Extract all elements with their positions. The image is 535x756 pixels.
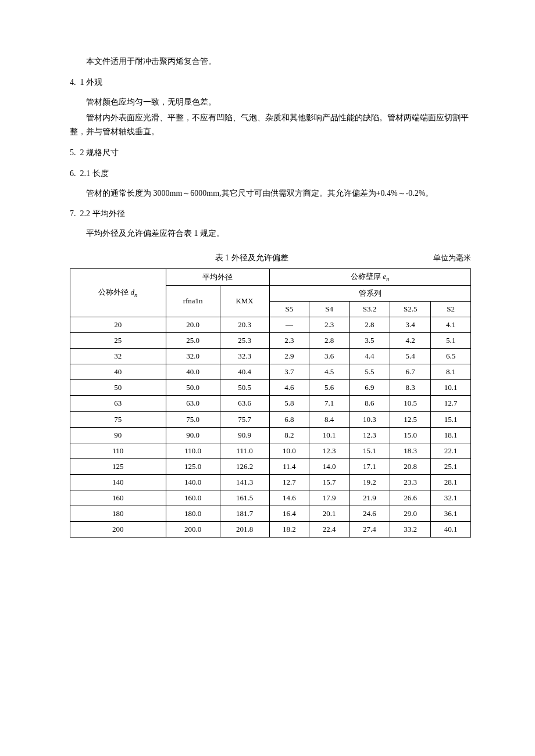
table-cell: 2.8 — [309, 333, 349, 349]
section-5-title: 2 规格尺寸 — [80, 148, 119, 157]
table-cell: 50.0 — [166, 380, 220, 396]
table1-body: 2020.020.3—2.32.83.44.12525.025.32.32.83… — [70, 317, 471, 537]
table-cell: 15.7 — [309, 474, 349, 490]
table-cell: 2.3 — [309, 317, 349, 332]
table-cell: 20.3 — [220, 317, 269, 332]
table-cell: 16.4 — [269, 506, 309, 522]
table-cell: 90 — [70, 427, 166, 443]
table-cell: 18.3 — [390, 443, 431, 458]
table-cell: 14.0 — [309, 458, 349, 474]
table-cell: 8.2 — [269, 427, 309, 443]
appearance-p2: 管材内外表面应光滑、平整，不应有凹陷、气泡、杂质和其他影响产品性能的缺陷。管材两… — [70, 111, 471, 139]
table-cell: 3.4 — [390, 317, 431, 332]
table-cell: 4.6 — [269, 380, 309, 396]
table-cell: 25.1 — [431, 458, 471, 474]
table-cell: 75.7 — [220, 411, 269, 427]
table-cell: 200.0 — [166, 522, 220, 538]
section-6-title: 2.1 长度 — [80, 169, 109, 178]
table-cell: 32 — [70, 349, 166, 364]
table-cell: 8.3 — [390, 380, 431, 396]
table-cell: 50 — [70, 380, 166, 396]
table-cell: 6.9 — [349, 380, 390, 396]
section-4-title: 1 外观 — [80, 78, 103, 87]
table-cell: 40.4 — [220, 364, 269, 380]
col-dn: 公称外径 dn — [70, 268, 166, 317]
table-cell: 200 — [70, 522, 166, 538]
table-cell: 3.6 — [309, 349, 349, 364]
table-cell: 6.7 — [390, 364, 431, 380]
table-cell: 141.3 — [220, 474, 269, 490]
table-cell: 5.5 — [349, 364, 390, 380]
intro-paragraph: 本文件适用于耐冲击聚丙烯复合管。 — [70, 55, 471, 69]
table-row: 180180.0181.716.420.124.629.036.1 — [70, 506, 471, 522]
table-row: 2525.025.32.32.83.54.25.1 — [70, 333, 471, 349]
section-4-heading: 4. 1 外观 — [70, 76, 471, 89]
table-row: 7575.075.76.88.410.312.515.1 — [70, 411, 471, 427]
table-cell: 25.3 — [220, 333, 269, 349]
col-s2: S2 — [431, 301, 471, 317]
table-cell: 6.8 — [269, 411, 309, 427]
table-cell: 160 — [70, 490, 166, 506]
table-cell: 40.0 — [166, 364, 220, 380]
table-cell: 125.0 — [166, 458, 220, 474]
table-cell: 40.1 — [431, 522, 471, 538]
table-cell: 15.0 — [390, 427, 431, 443]
table-row: 200200.0201.818.222.427.433.240.1 — [70, 522, 471, 538]
table-cell: 126.2 — [220, 458, 269, 474]
table-row: 125125.0126.211.414.017.120.825.1 — [70, 458, 471, 474]
table-cell: 36.1 — [431, 506, 471, 522]
table-cell: 7.1 — [309, 396, 349, 411]
table-row: 4040.040.43.74.55.56.78.1 — [70, 364, 471, 380]
col-s4: S4 — [309, 301, 349, 317]
table-cell: — — [269, 317, 309, 332]
table-row: 5050.050.54.65.66.98.310.1 — [70, 380, 471, 396]
table-cell: 20.1 — [309, 506, 349, 522]
col-series: 管系列 — [269, 285, 470, 301]
table-cell: 12.3 — [309, 443, 349, 458]
table1-head-row-1: 公称外径 dn 平均外径 公称壁厚 en — [70, 268, 471, 285]
table-cell: 201.8 — [220, 522, 269, 538]
table-cell: 5.8 — [269, 396, 309, 411]
table-cell: 12.7 — [431, 396, 471, 411]
section-5-heading: 5. 2 规格尺寸 — [70, 146, 471, 160]
table-cell: 10.1 — [309, 427, 349, 443]
table-cell: 3.5 — [349, 333, 390, 349]
table-cell: 161.5 — [220, 490, 269, 506]
table-cell: 20.8 — [390, 458, 431, 474]
table-cell: 10.0 — [269, 443, 309, 458]
table-cell: 160.0 — [166, 490, 220, 506]
table-cell: 63 — [70, 396, 166, 411]
table-cell: 181.7 — [220, 506, 269, 522]
table-cell: 2.3 — [269, 333, 309, 349]
col-rfn: rfna1n — [166, 285, 220, 317]
table-row: 140140.0141.312.715.719.223.328.1 — [70, 474, 471, 490]
table-cell: 20.0 — [166, 317, 220, 332]
table-cell: 12.7 — [269, 474, 309, 490]
table-cell: 5.1 — [431, 333, 471, 349]
table-cell: 24.6 — [349, 506, 390, 522]
col-s5: S5 — [269, 301, 309, 317]
table-cell: 21.9 — [349, 490, 390, 506]
section-7-heading: 7. 2.2 平均外径 — [70, 207, 471, 221]
table-cell: 63.0 — [166, 396, 220, 411]
table-cell: 8.1 — [431, 364, 471, 380]
table-cell: 15.1 — [431, 411, 471, 427]
table-cell: 10.3 — [349, 411, 390, 427]
appearance-p1: 管材颜色应均匀一致，无明显色差。 — [70, 95, 471, 109]
section-4-num: 4. — [70, 78, 76, 87]
table-cell: 12.3 — [349, 427, 390, 443]
table-cell: 50.5 — [220, 380, 269, 396]
table-cell: 90.0 — [166, 427, 220, 443]
table-cell: 4.2 — [390, 333, 431, 349]
section-7-title: 2.2 平均外径 — [80, 209, 125, 218]
section-7-num: 7. — [70, 209, 76, 218]
col-avg-od: 平均外径 — [166, 268, 269, 285]
table-cell: 4.1 — [431, 317, 471, 332]
table-cell: 17.9 — [309, 490, 349, 506]
table-cell: 180 — [70, 506, 166, 522]
table-cell: 10.5 — [390, 396, 431, 411]
table-cell: 125 — [70, 458, 166, 474]
table-cell: 15.1 — [349, 443, 390, 458]
table-cell: 111.0 — [220, 443, 269, 458]
table1-head: 公称外径 dn 平均外径 公称壁厚 en rfna1n KMX 管系列 S5 S… — [70, 268, 471, 317]
